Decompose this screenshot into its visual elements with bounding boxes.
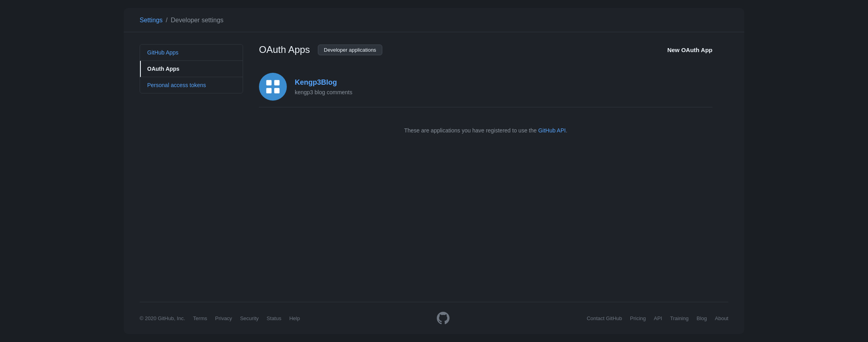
footer-link-contact-github[interactable]: Contact GitHub — [587, 315, 622, 321]
app-card: Kengp3Blog kengp3 blog comments — [259, 66, 712, 107]
app-name[interactable]: Kengp3Blog — [295, 78, 352, 87]
footer-link-security[interactable]: Security — [240, 315, 259, 321]
footer-note-suffix: . — [566, 127, 567, 134]
footer-link-api[interactable]: API — [654, 315, 662, 321]
footer-copyright: © 2020 GitHub, Inc. — [140, 315, 185, 321]
footer-link-about[interactable]: About — [715, 315, 728, 321]
sidebar-item-personal-access-tokens[interactable]: Personal access tokens — [140, 77, 243, 93]
footer-note: These are applications you have register… — [259, 119, 712, 134]
sidebar-item-label: OAuth Apps — [147, 66, 179, 72]
footer-link-training[interactable]: Training — [670, 315, 688, 321]
github-logo-icon — [437, 312, 450, 325]
svg-rect-2 — [266, 88, 271, 93]
footer-left: © 2020 GitHub, Inc. Terms Privacy Securi… — [140, 315, 300, 321]
sidebar-item-label: GitHub Apps — [147, 49, 179, 56]
footer-link-terms[interactable]: Terms — [193, 315, 207, 321]
app-description: kengp3 blog comments — [295, 89, 352, 95]
svg-rect-1 — [274, 80, 279, 85]
settings-link[interactable]: Settings — [140, 17, 163, 24]
footer-link-status[interactable]: Status — [267, 315, 281, 321]
sidebar: GitHub Apps OAuth Apps Personal access t… — [140, 44, 243, 93]
breadcrumb-separator: / — [166, 17, 167, 24]
app-icon — [265, 79, 281, 95]
content-header-left: OAuth Apps Developer applications — [259, 44, 382, 55]
main-content: GitHub Apps OAuth Apps Personal access t… — [124, 32, 744, 302]
footer-link-blog[interactable]: Blog — [697, 315, 707, 321]
footer-link-privacy[interactable]: Privacy — [215, 315, 232, 321]
github-api-link[interactable]: GitHub API — [538, 127, 566, 134]
sidebar-item-oauth-apps[interactable]: OAuth Apps — [140, 61, 243, 77]
content-panel: OAuth Apps Developer applications New OA… — [243, 44, 728, 290]
app-info: Kengp3Blog kengp3 blog comments — [295, 78, 352, 95]
footer-link-help[interactable]: Help — [289, 315, 300, 321]
content-header: OAuth Apps Developer applications New OA… — [259, 44, 712, 55]
footer-center — [437, 312, 450, 325]
avatar — [259, 73, 287, 101]
svg-rect-0 — [266, 80, 271, 85]
svg-rect-3 — [274, 88, 279, 93]
footer-right: Contact GitHub Pricing API Training Blog… — [587, 315, 728, 321]
footer-link-pricing[interactable]: Pricing — [630, 315, 646, 321]
breadcrumb: Settings / Developer settings — [124, 8, 744, 32]
sidebar-item-github-apps[interactable]: GitHub Apps — [140, 45, 243, 61]
breadcrumb-current: Developer settings — [171, 17, 224, 24]
developer-applications-button[interactable]: Developer applications — [318, 45, 382, 55]
sidebar-item-label: Personal access tokens — [147, 82, 206, 88]
page-title: OAuth Apps — [259, 44, 310, 55]
footer: © 2020 GitHub, Inc. Terms Privacy Securi… — [124, 302, 744, 334]
footer-note-prefix: These are applications you have register… — [404, 127, 538, 134]
new-oauth-app-button[interactable]: New OAuth App — [667, 47, 712, 53]
